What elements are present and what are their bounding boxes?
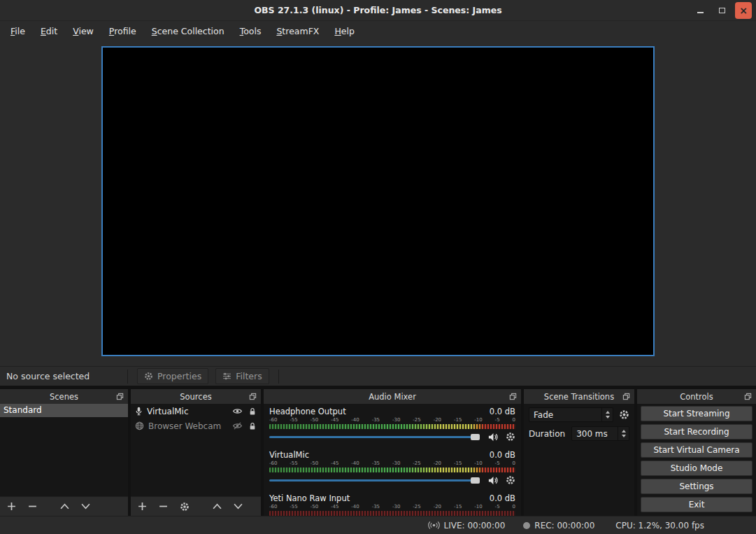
db-scale-tick: -25 — [413, 417, 420, 423]
mixer-channel-name: VirtualMic — [269, 450, 309, 460]
globe-icon — [135, 421, 144, 430]
sources-dock-title: Sources — [180, 392, 212, 402]
source-name: VirtualMic — [147, 407, 228, 416]
transitions-panel: Fade Duration 300 ms — [524, 404, 634, 516]
popout-icon[interactable] — [744, 393, 752, 400]
db-scale-tick: -60 — [269, 417, 277, 423]
combo-spinner[interactable] — [601, 408, 610, 421]
mixer-channel-level: 0.0 dB — [490, 407, 515, 416]
volume-slider[interactable] — [269, 479, 480, 482]
minimize-button[interactable] — [692, 2, 708, 19]
source-item[interactable]: VirtualMic — [131, 404, 261, 419]
menu-streamfx[interactable]: StreamFX — [269, 23, 327, 39]
add-source-button[interactable] — [138, 502, 147, 511]
studio-mode-button[interactable]: Studio Mode — [641, 461, 753, 476]
db-scale-tick: -20 — [434, 504, 441, 510]
properties-button[interactable]: Properties — [137, 368, 208, 384]
live-time: LIVE: 00:00:00 — [444, 521, 506, 531]
dock-row: Scenes Standard Sources — [0, 386, 756, 516]
start-virtual-camera-button[interactable]: Start Virtual Camera — [641, 442, 753, 458]
speaker-icon[interactable] — [487, 432, 498, 442]
menu-help[interactable]: Help — [327, 23, 362, 39]
volume-level-meter — [269, 468, 515, 472]
move-scene-down-button[interactable] — [81, 503, 90, 510]
menu-file[interactable]: File — [3, 23, 33, 39]
start-streaming-button[interactable]: Start Streaming — [641, 406, 753, 421]
spinner-up-icon[interactable] — [622, 430, 626, 433]
lock-icon[interactable] — [249, 422, 256, 430]
transition-selected-value: Fade — [534, 410, 553, 420]
lock-icon[interactable] — [249, 407, 256, 416]
transitions-dock-title: Scene Transitions — [544, 392, 614, 402]
popout-icon[interactable] — [622, 393, 630, 400]
mixer-channel-name: Headphone Output — [269, 407, 346, 416]
no-source-label: No source selected — [0, 371, 122, 381]
volume-level-meter-muted — [269, 511, 515, 516]
controls-dock-header[interactable]: Controls — [637, 389, 756, 404]
menu-view[interactable]: View — [65, 23, 101, 39]
maximize-button[interactable] — [713, 2, 730, 19]
close-button[interactable]: × — [735, 2, 752, 19]
source-item[interactable]: Browser Webcam — [131, 419, 261, 433]
properties-label: Properties — [157, 371, 201, 381]
spinner-down-icon[interactable] — [606, 416, 610, 419]
scene-item-selected[interactable]: Standard — [0, 404, 128, 417]
menu-profile[interactable]: Profile — [101, 23, 144, 39]
db-scale-tick: -50 — [311, 504, 318, 510]
remove-source-button[interactable] — [159, 502, 168, 511]
mixer-dock-header[interactable]: Audio Mixer — [264, 389, 521, 404]
obs-window: OBS 27.1.3 (linux) - Profile: James - Sc… — [0, 0, 756, 534]
mixer-gear-icon[interactable] — [506, 432, 515, 442]
spinbox-arrows[interactable] — [618, 427, 626, 440]
source-properties-gear-icon[interactable] — [180, 502, 190, 512]
remove-scene-button[interactable] — [28, 502, 37, 511]
visibility-eye-icon[interactable] — [232, 407, 243, 415]
volume-slider-handle[interactable] — [471, 434, 480, 440]
maximize-icon — [719, 8, 725, 13]
db-scale-tick: -55 — [290, 417, 297, 423]
transition-properties-gear-icon[interactable] — [619, 409, 629, 420]
window-title: OBS 27.1.3 (linux) - Profile: James - Sc… — [0, 5, 756, 15]
db-scale-tick: -40 — [351, 417, 359, 423]
menu-tools[interactable]: Tools — [232, 23, 269, 39]
popout-icon[interactable] — [249, 393, 257, 400]
menu-bar: File Edit View Profile Scene Collection … — [0, 21, 756, 41]
spinner-up-icon[interactable] — [606, 411, 610, 414]
db-scale-tick: -30 — [392, 461, 400, 467]
move-source-down-button[interactable] — [234, 503, 243, 510]
rec-time: REC: 00:00:00 — [534, 521, 594, 531]
preview-canvas[interactable] — [101, 46, 655, 356]
mixer-dock-title: Audio Mixer — [369, 392, 416, 402]
start-recording-button[interactable]: Start Recording — [641, 424, 753, 440]
add-scene-button[interactable] — [7, 502, 16, 511]
audio-mixer-dock: Audio Mixer Headphone Output 0.0 dB -60-… — [264, 389, 521, 516]
speaker-icon[interactable] — [487, 475, 498, 486]
db-scale-tick: -15 — [454, 461, 462, 467]
popout-icon[interactable] — [509, 393, 517, 400]
scenes-list: Standard — [0, 404, 128, 496]
mixer-db-scale: -60-55-50-45-40-35-30-25-20-15-10-50 — [269, 461, 515, 467]
menu-scene-collection[interactable]: Scene Collection — [144, 23, 232, 39]
volume-slider[interactable] — [269, 436, 480, 438]
settings-button[interactable]: Settings — [641, 479, 753, 494]
transition-select[interactable]: Fade — [529, 407, 613, 422]
spinner-down-icon[interactable] — [622, 435, 626, 437]
scenes-dock-header[interactable]: Scenes — [0, 389, 128, 404]
db-scale-tick: -60 — [269, 461, 277, 467]
visibility-eye-slash-icon[interactable] — [232, 422, 243, 430]
mixer-gear-icon[interactable] — [506, 475, 515, 485]
move-scene-up-button[interactable] — [60, 503, 69, 510]
menu-edit[interactable]: Edit — [33, 23, 65, 39]
transitions-dock-header[interactable]: Scene Transitions — [524, 389, 634, 404]
move-source-up-button[interactable] — [213, 503, 222, 510]
title-bar[interactable]: OBS 27.1.3 (linux) - Profile: James - Sc… — [0, 0, 756, 21]
filters-button[interactable]: Filters — [215, 368, 269, 384]
sources-dock-header[interactable]: Sources — [131, 389, 261, 404]
exit-button[interactable]: Exit — [641, 497, 753, 512]
preview-area — [0, 41, 756, 366]
popout-icon[interactable] — [116, 393, 124, 400]
duration-value: 300 ms — [576, 429, 608, 439]
microphone-icon — [135, 407, 143, 416]
duration-spinbox[interactable]: 300 ms — [571, 426, 629, 441]
volume-slider-handle[interactable] — [471, 477, 480, 484]
